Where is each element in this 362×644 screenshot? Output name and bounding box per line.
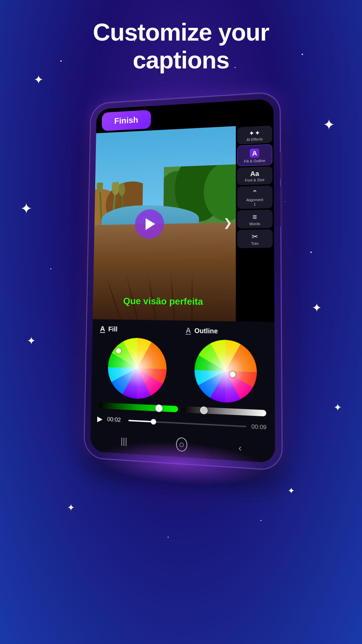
star-glow: ✦: [312, 302, 322, 314]
playback-track: [128, 420, 246, 427]
fill-outline-icon: A: [250, 149, 259, 158]
fill-color-group: A Fill: [99, 325, 176, 400]
fill-label-container: A Fill: [100, 325, 117, 334]
phone-outer: Finish: [84, 92, 282, 470]
fill-outline-label: Fill & Outline: [244, 159, 265, 164]
nature-scene: ❯ Que visão perfeita: [93, 126, 236, 321]
outline-label-icon: A: [186, 326, 191, 335]
color-section: A Fill: [91, 319, 275, 409]
star-glow: ✦: [20, 201, 33, 216]
page-title: Customize your captions: [0, 0, 362, 74]
video-container: ❯ Que visão perfeita: [93, 126, 236, 321]
toolbar-fill-outline[interactable]: A Fill & Outline: [237, 144, 273, 166]
green-color-bar[interactable]: [99, 402, 178, 412]
star-glow: ✦: [27, 335, 36, 346]
nav-home[interactable]: ○: [176, 437, 187, 452]
phone-inner: Finish: [90, 99, 275, 463]
outline-color-wheel[interactable]: [194, 339, 257, 404]
title-line2: captions: [0, 46, 362, 74]
video-toolbar-container: ❯ Que visão perfeita ✦✦ AI Effects: [93, 124, 275, 322]
font-size-icon: Aa: [250, 170, 259, 177]
star-dot: [260, 520, 261, 521]
ai-effects-icon: ✦✦: [249, 129, 260, 137]
outline-label-container: A Outline: [186, 326, 218, 335]
right-toolbar: ✦✦ AI Effects A Fill & Outline Aa Font &…: [236, 124, 274, 322]
star-glow: ✦: [334, 402, 342, 413]
forward-arrow[interactable]: ❯: [223, 216, 232, 229]
playback-current-time: 00:02: [107, 416, 124, 424]
gray-bar-handle[interactable]: [200, 406, 208, 414]
star-glow: ✦: [34, 74, 44, 86]
caption-text: Que visão perfeita: [123, 296, 203, 307]
star-dot: [168, 537, 169, 538]
outline-wheel-svg: [194, 339, 257, 404]
svg-point-18: [194, 339, 257, 404]
playback-play-button[interactable]: ▶: [97, 415, 103, 424]
phone-side-button: [280, 152, 282, 179]
toolbar-words[interactable]: ≡ Words: [237, 210, 273, 229]
font-size-label: Font & Size: [245, 178, 265, 183]
words-label: Words: [249, 222, 260, 226]
toolbar-trim[interactable]: ✂ Trim: [237, 229, 273, 248]
outline-label-text: Outline: [194, 327, 218, 335]
trim-icon: ✂: [252, 233, 258, 241]
outline-color-group: A Outline: [185, 326, 266, 404]
phone-side-button2: [280, 186, 283, 227]
fill-label-icon: A: [100, 325, 105, 333]
ai-effects-label: AI Effects: [247, 137, 263, 142]
green-bar-handle[interactable]: [155, 404, 163, 412]
play-icon: [145, 218, 155, 230]
playback-slider[interactable]: [128, 420, 246, 428]
phone-mockup: Finish: [84, 92, 282, 470]
phone-screen: Finish: [90, 99, 275, 463]
words-icon: ≡: [252, 213, 257, 221]
finish-button[interactable]: Finish: [102, 110, 151, 131]
playback-thumb[interactable]: [151, 419, 156, 425]
toolbar-ai-effects[interactable]: ✦✦ AI Effects: [237, 125, 272, 145]
nav-recent-apps[interactable]: |||: [121, 436, 127, 447]
nav-back[interactable]: ‹: [238, 442, 241, 454]
star-dot: [285, 201, 286, 202]
alignment-icon: ⌃: [252, 189, 258, 197]
star-dot: [310, 252, 312, 253]
toolbar-font-size[interactable]: Aa Font & Size: [237, 166, 273, 185]
fill-label-text: Fill: [108, 325, 118, 333]
fill-wheel-svg: [107, 337, 167, 400]
gray-color-bar[interactable]: [182, 406, 266, 417]
toolbar-alignment[interactable]: ⌃ Alignment1: [237, 185, 273, 209]
star-glow: ✦: [323, 117, 335, 132]
title-line1: Customize your: [0, 18, 362, 46]
playback-fill: [128, 420, 154, 423]
playback-total-time: 00:09: [251, 423, 268, 431]
star-glow: ✦: [288, 486, 295, 495]
fill-color-wheel[interactable]: [107, 337, 167, 400]
alignment-label: Alignment1: [246, 198, 263, 207]
star-dot: [50, 268, 51, 269]
svg-point-11: [94, 181, 94, 197]
trim-label: Trim: [251, 241, 258, 246]
outline-wheel-dot: [230, 372, 236, 377]
star-glow: ✦: [67, 503, 75, 513]
